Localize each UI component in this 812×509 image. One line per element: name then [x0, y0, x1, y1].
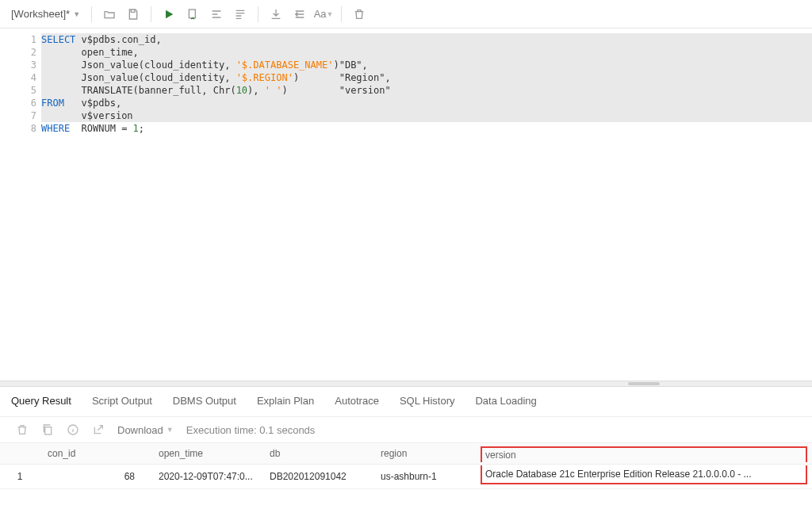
line-gutter: 12345678 [0, 33, 41, 135]
chevron-down-icon: ▼ [73, 10, 80, 18]
execution-time-label: Execution time: 0.1 seconds [186, 424, 316, 436]
separator [258, 6, 259, 22]
table-row[interactable]: 1682020-12-09T07:47:0...DB202012091042us… [0, 465, 812, 489]
run-script-icon[interactable] [186, 8, 199, 21]
open-external-icon[interactable] [92, 423, 105, 436]
results-table: con_idopen_timedbregionversion 1682020-1… [0, 442, 812, 489]
run-icon[interactable] [163, 8, 175, 21]
grip-icon [628, 382, 660, 385]
sql-editor[interactable]: 12345678 SELECT v$pdbs.con_id, open_time… [0, 29, 812, 381]
results-panel: Query ResultScript OutputDBMS OutputExpl… [0, 387, 812, 509]
tab-autotrace[interactable]: Autotrace [335, 395, 379, 407]
separator [91, 6, 92, 22]
column-header[interactable]: open_time [151, 443, 262, 465]
separator [341, 6, 342, 22]
trash-icon[interactable] [353, 8, 366, 21]
font-size-control[interactable]: Aa ▼ [317, 8, 330, 21]
worksheet-tab[interactable]: [Worksheet]* ▼ [11, 8, 80, 20]
column-header[interactable]: con_id [40, 443, 151, 465]
worksheet-tab-label: [Worksheet]* [11, 8, 70, 20]
svg-rect-1 [45, 427, 52, 434]
copy-icon[interactable] [41, 423, 54, 436]
save-icon[interactable] [127, 8, 140, 21]
format-icon[interactable] [234, 8, 247, 21]
editor-toolbar: [Worksheet]* ▼ Aa ▼ [0, 0, 812, 29]
svg-rect-0 [189, 10, 195, 18]
splitter-handle[interactable] [0, 381, 812, 387]
column-header[interactable]: region [373, 443, 476, 465]
download-button[interactable]: Download ▼ [117, 424, 174, 436]
indent-icon[interactable] [210, 8, 223, 21]
trash-icon[interactable] [16, 423, 29, 436]
tab-script-output[interactable]: Script Output [92, 395, 152, 407]
outdent-icon[interactable] [293, 8, 306, 21]
tab-sql-history[interactable]: SQL History [400, 395, 455, 407]
info-icon[interactable] [67, 423, 79, 436]
results-toolbar: Download ▼ Execution time: 0.1 seconds [0, 417, 812, 442]
code-content[interactable]: SELECT v$pdbs.con_id, open_time, Json_va… [41, 33, 812, 135]
results-tabs: Query ResultScript OutputDBMS OutputExpl… [0, 387, 812, 417]
folder-open-icon[interactable] [103, 8, 116, 21]
tab-data-loading[interactable]: Data Loading [475, 395, 536, 407]
tab-query-result[interactable]: Query Result [11, 395, 71, 407]
tab-explain-plan[interactable]: Explain Plan [257, 395, 314, 407]
column-header[interactable]: db [262, 443, 373, 465]
tab-dbms-output[interactable]: DBMS Output [173, 395, 236, 407]
column-header[interactable] [0, 443, 40, 465]
column-header[interactable]: version [476, 443, 812, 465]
separator [151, 6, 151, 22]
download-icon[interactable] [270, 8, 282, 21]
